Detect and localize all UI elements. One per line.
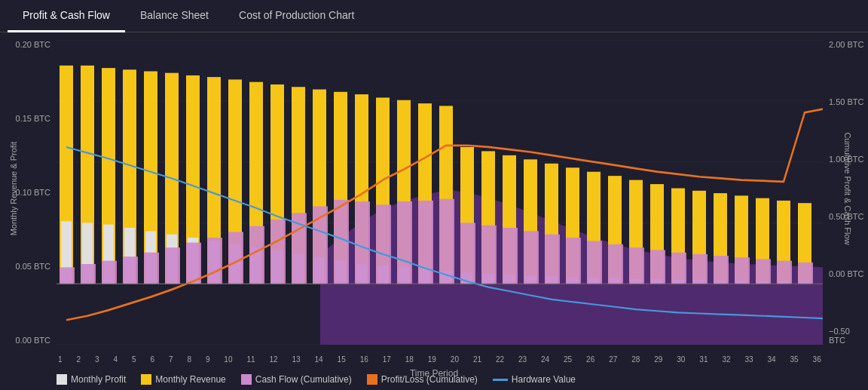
svg-rect-88 (207, 238, 222, 284)
svg-rect-89 (228, 232, 243, 284)
svg-rect-105 (566, 238, 581, 284)
chart-area: Monthly Revenue & Profit 0.20 BTC 0.15 B… (0, 32, 868, 390)
svg-rect-91 (270, 220, 286, 284)
legend-cashflow-label: Cash Flow (Cumulative) (255, 374, 352, 385)
svg-rect-84 (123, 256, 138, 284)
svg-rect-99 (439, 199, 454, 284)
svg-rect-83 (102, 261, 117, 284)
chart-svg (57, 40, 823, 345)
legend-monthly-revenue-label: Monthly Revenue (155, 374, 225, 385)
svg-rect-110 (671, 253, 686, 284)
tab-cost-production[interactable]: Cost of Production Chart (224, 0, 369, 32)
legend-monthly-profit-icon (57, 374, 67, 385)
legend: Monthly Profit Monthly Revenue Cash Flow… (57, 369, 823, 390)
y-axis-left: 0.20 BTC 0.15 BTC 0.10 BTC 0.05 BTC 0.00… (0, 40, 57, 345)
svg-rect-81 (60, 267, 75, 284)
legend-monthly-revenue-icon (141, 374, 151, 385)
legend-hardware-value: Hardware Value (493, 374, 576, 385)
svg-rect-96 (376, 204, 391, 284)
svg-rect-104 (545, 235, 560, 284)
app-container: Profit & Cash Flow Balance Sheet Cost of… (0, 0, 868, 390)
svg-rect-113 (735, 257, 750, 284)
legend-cashflow-icon (241, 374, 252, 385)
svg-rect-87 (186, 243, 201, 284)
legend-monthly-profit-label: Monthly Profit (71, 374, 126, 385)
legend-monthly-revenue: Monthly Revenue (141, 374, 225, 385)
svg-rect-116 (798, 263, 813, 284)
svg-rect-114 (756, 259, 771, 284)
legend-monthly-profit: Monthly Profit (57, 374, 126, 385)
svg-rect-100 (460, 223, 475, 284)
svg-rect-111 (692, 254, 708, 284)
svg-rect-103 (524, 231, 539, 284)
x-axis-labels: 1 2 3 4 5 6 7 8 9 10 11 12 13 14 15 16 1… (57, 355, 823, 364)
svg-rect-98 (418, 201, 433, 284)
legend-profitloss-label: Profit/Loss (Cumulative) (381, 374, 478, 385)
svg-rect-85 (144, 253, 159, 284)
y-axis-right-title: Cumulative Profit & Cash Flow (843, 132, 852, 244)
legend-hardware-label: Hardware Value (512, 374, 576, 385)
tab-balance-sheet[interactable]: Balance Sheet (125, 0, 224, 32)
svg-rect-115 (777, 261, 792, 284)
legend-hardware-icon (493, 379, 508, 381)
legend-cashflow-cumulative: Cash Flow (Cumulative) (241, 374, 352, 385)
legend-profitloss-icon (367, 374, 377, 385)
svg-rect-94 (334, 200, 349, 284)
svg-rect-106 (587, 241, 602, 284)
svg-rect-86 (165, 247, 180, 284)
tab-bar: Profit & Cash Flow Balance Sheet Cost of… (0, 0, 868, 32)
svg-rect-109 (650, 250, 665, 284)
svg-rect-82 (81, 264, 96, 284)
svg-rect-108 (629, 247, 644, 284)
svg-rect-95 (355, 201, 370, 284)
legend-profit-loss-cumulative: Profit/Loss (Cumulative) (367, 374, 478, 385)
chart-inner (57, 40, 823, 345)
svg-rect-112 (714, 256, 729, 284)
svg-rect-107 (608, 244, 623, 284)
tab-profit-cashflow[interactable]: Profit & Cash Flow (8, 0, 125, 32)
svg-rect-97 (397, 201, 412, 284)
svg-rect-101 (481, 226, 497, 284)
svg-rect-102 (503, 228, 518, 284)
